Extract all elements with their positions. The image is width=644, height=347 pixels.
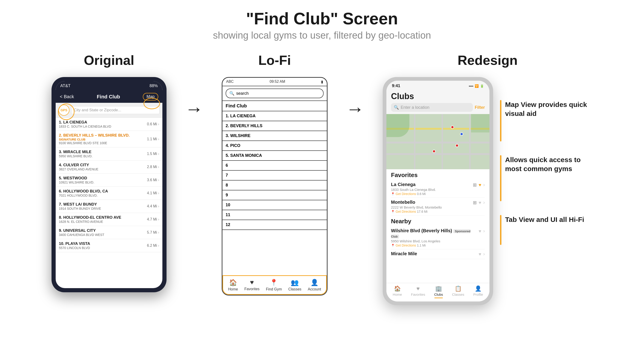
- map-green-2: [471, 114, 490, 132]
- main-columns: Original AT&T 88% < Back Find Club Map G: [4, 52, 640, 305]
- orig-list-item[interactable]: 2. BEVERLY HILLS – WILSHIRE BLVD. SIGNAT…: [56, 131, 162, 148]
- original-column: Original AT&T 88% < Back Find Club Map G: [52, 52, 166, 292]
- gps-button[interactable]: GPS: [58, 105, 70, 116]
- original-phone: AT&T 88% < Back Find Club Map GPS City a…: [52, 77, 166, 292]
- redesign-phone-inner: 9:41 ▪▪▪▪ 🛜 🔋 Clubs 🔍 En: [386, 81, 490, 302]
- original-phone-inner: AT&T 88% < Back Find Club Map GPS City a…: [56, 81, 162, 288]
- filter-button[interactable]: Filter: [475, 105, 485, 110]
- lofi-gym-list: 1. LA CIENEGA2. BEVERLY HILLS3. WILSHIRE…: [222, 111, 327, 230]
- lofi-list-item[interactable]: 12: [222, 220, 327, 230]
- page-header: "Find Club" Screen showing local gyms to…: [213, 9, 431, 41]
- lofi-search-box[interactable]: 🔍 search: [226, 88, 324, 98]
- redesign-tab-profile[interactable]: 👤Profile: [473, 285, 483, 298]
- redesign-wrapper: 9:41 ▪▪▪▪ 🛜 🔋 Clubs 🔍 En: [383, 77, 592, 305]
- map-pin-3[interactable]: [456, 144, 458, 147]
- page-subtitle: showing local gyms to user, filtered by …: [213, 30, 431, 41]
- nav-title: Find Club: [97, 94, 120, 100]
- lofi-tab-item[interactable]: 👥Classes: [288, 279, 301, 291]
- map-button[interactable]: Map: [143, 93, 158, 100]
- favorites-title: Favorites: [391, 172, 485, 179]
- lofi-list-item[interactable]: 11: [222, 210, 327, 220]
- lofi-label: Lo-Fi: [258, 52, 291, 68]
- orig-list-item[interactable]: 9. UNIVERSAL CITY 3400 CAHUENGA BLVD WES…: [56, 226, 162, 239]
- annotation-1: Map View provides quick visual aid: [500, 100, 592, 142]
- redesign-label: Redesign: [458, 52, 518, 68]
- back-button[interactable]: < Back: [60, 94, 74, 99]
- redesign-search-input[interactable]: 🔍 Enter a location: [391, 103, 473, 112]
- lofi-list-item[interactable]: 7: [222, 171, 327, 180]
- annotations: Map View provides quick visual aid Allow…: [500, 77, 592, 259]
- orig-list-item[interactable]: 6. HOLLYWOOD BLVD, CA 7021 HOLLYWOOD BLV…: [56, 187, 162, 200]
- original-gym-list: 1. LA CIENEGA 1833 C. SOUTH LA CIENEGA B…: [56, 118, 162, 252]
- redesign-tab-favorites[interactable]: ♥Favorites: [411, 285, 425, 298]
- orig-list-item[interactable]: 7. WEST LA/ BUNDY 1914 SOUTH BUNDY DRIVE…: [56, 200, 162, 213]
- annotation-2: Allows quick access to most common gyms: [500, 155, 592, 201]
- favorites-section: Favorites La Cienega 1833 South La Ciene…: [386, 169, 490, 283]
- original-search-bar: GPS City and State or Zipcode...: [56, 103, 162, 118]
- lofi-tab-item[interactable]: ♥Favorites: [244, 279, 260, 291]
- redesign-map[interactable]: [386, 114, 490, 169]
- page-title: "Find Club" Screen: [213, 9, 431, 28]
- lofi-column: Lo-Fi ABC 09:52 AM ▮ 🔍 search Find Club …: [222, 52, 328, 296]
- lofi-tab-item[interactable]: 👤Account: [308, 279, 321, 291]
- map-green-1: [386, 114, 410, 137]
- redesign-nearby-item[interactable]: Wilshire Blvd (Beverly Hills)Sponsored C…: [391, 226, 485, 249]
- lofi-list-item[interactable]: 6: [222, 161, 327, 171]
- redesign-favorite-item[interactable]: La Cienega 1833 South La Cienega Blvd. 📍…: [391, 180, 485, 198]
- lofi-tab-item[interactable]: 📍Find Gym: [266, 279, 282, 291]
- orig-list-item[interactable]: 1. LA CIENEGA 1833 C. SOUTH LA CIENEGA B…: [56, 118, 162, 131]
- redesign-tab-classes[interactable]: 📋Classes: [452, 285, 464, 298]
- lofi-list-item[interactable]: 3. WILSHIRE: [222, 131, 327, 141]
- lofi-list-item[interactable]: 2. BEVERLY HILLS: [222, 121, 327, 131]
- lofi-list-item[interactable]: 5. SANTA MONICA: [222, 151, 327, 161]
- redesign-search-row: 🔍 Enter a location Filter: [391, 103, 485, 112]
- original-label: Original: [84, 52, 134, 68]
- redesign-status-bar: 9:41 ▪▪▪▪ 🛜 🔋: [386, 81, 490, 90]
- orig-list-item[interactable]: 4. CULVER CITY 3827 OVERLAND AVENUE 2.8 …: [56, 160, 162, 174]
- lofi-tab-item[interactable]: 🏠Home: [228, 279, 238, 291]
- redesign-header: Clubs 🔍 Enter a location Filter: [386, 90, 490, 114]
- map-pin-2[interactable]: [460, 132, 463, 136]
- redesign-screen-title: Clubs: [391, 92, 485, 101]
- favorites-list: La Cienega 1833 South La Cienega Blvd. 📍…: [391, 180, 485, 216]
- lofi-find-club-title: Find Club: [222, 101, 327, 111]
- lofi-phone: ABC 09:52 AM ▮ 🔍 search Find Club 1. LA …: [222, 77, 328, 296]
- annotation-3: Tab View and UI all Hi-Fi: [500, 215, 592, 245]
- orig-list-item[interactable]: 5. WESTWOOD 10921 WILSHIRE BLVD. 3.6 Mi …: [56, 174, 162, 187]
- redesign-tab-home[interactable]: 🏠Home: [393, 285, 402, 298]
- lofi-list-item[interactable]: 9: [222, 190, 327, 200]
- lofi-search-area: 🔍 search: [222, 86, 327, 101]
- nearby-list: Wilshire Blvd (Beverly Hills)Sponsored C…: [391, 226, 485, 259]
- redesign-column: Redesign 9:41 ▪▪▪▪ 🛜 🔋 Clubs: [383, 52, 592, 305]
- lofi-list-item[interactable]: 4. PICO: [222, 141, 327, 151]
- redesign-nearby-item[interactable]: Miracle Mile ♥ ›: [391, 249, 485, 259]
- redesign-phone: 9:41 ▪▪▪▪ 🛜 🔋 Clubs 🔍 En: [383, 77, 493, 305]
- arrow-1: →: [185, 98, 203, 120]
- original-search-input[interactable]: City and State or Zipcode...: [71, 106, 160, 114]
- lofi-list-item[interactable]: 1. LA CIENEGA: [222, 111, 327, 121]
- nearby-title: Nearby: [391, 218, 485, 225]
- lofi-status-bar: ABC 09:52 AM ▮: [222, 78, 327, 86]
- original-status-bar: AT&T 88%: [56, 81, 162, 90]
- original-nav-bar: < Back Find Club Map: [56, 90, 162, 103]
- redesign-tab-bar: 🏠Home♥Favorites🏢Clubs📋Classes👤Profile: [386, 283, 490, 302]
- map-pin-1[interactable]: [451, 126, 454, 129]
- arrow-2: →: [346, 98, 364, 120]
- lofi-tab-bar: 🏠Home♥Favorites📍Find Gym👥Classes👤Account: [222, 275, 327, 295]
- orig-list-item[interactable]: 10. PLAYA VISTA 5570 LINCOLN BLVD 6.2 Mi…: [56, 239, 162, 252]
- orig-list-item[interactable]: 8. HOLLYWOOD-EL CENTRO AVE 1628 N. EL CE…: [56, 213, 162, 226]
- redesign-favorite-item[interactable]: Montebello 2222 W Beverly Blvd, Montebel…: [391, 198, 485, 216]
- orig-list-item[interactable]: 3. MIRACLE MILE 5950 WILSHIRE BLVD. 1.5 …: [56, 148, 162, 160]
- lofi-list-item[interactable]: 10: [222, 200, 327, 210]
- lofi-list-item[interactable]: 8: [222, 180, 327, 190]
- redesign-tab-clubs[interactable]: 🏢Clubs: [434, 285, 443, 298]
- map-pin-4[interactable]: [432, 150, 436, 153]
